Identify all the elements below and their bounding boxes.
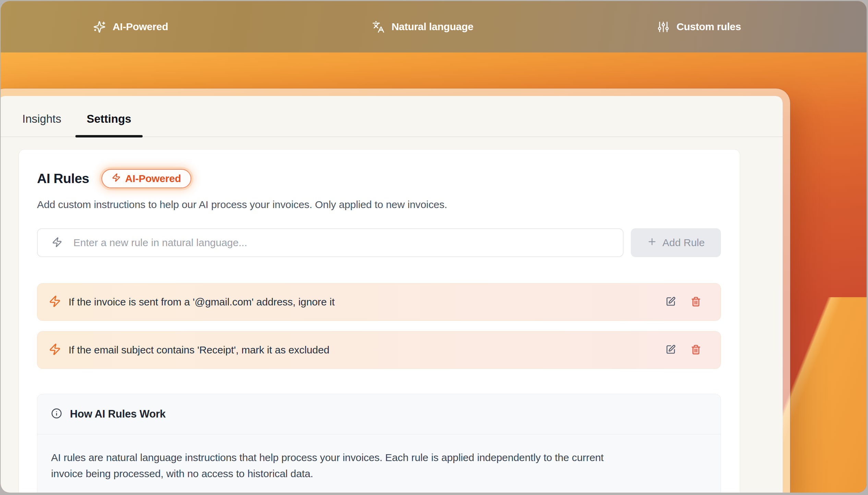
feature-ai-powered: AI-Powered (93, 1, 168, 52)
edit-rule-button[interactable] (666, 345, 676, 355)
trash-icon (691, 297, 701, 308)
info-body-line: invoice being processed, with no access … (51, 466, 707, 482)
feature-label: Custom rules (676, 21, 741, 33)
add-rule-label: Add Rule (662, 237, 704, 249)
feature-label: Natural language (391, 21, 473, 33)
add-rule-button[interactable]: Add Rule (631, 228, 721, 257)
new-rule-input[interactable] (73, 229, 623, 256)
zap-icon (49, 295, 61, 309)
info-header: How AI Rules Work (37, 394, 721, 434)
screen: AI-Powered Natural language (1, 1, 867, 493)
feature-label: AI-Powered (112, 21, 168, 33)
sliders-icon (657, 21, 670, 33)
delete-rule-button[interactable] (691, 345, 701, 356)
rule-item: If the invoice is sent from a '@gmail.co… (37, 283, 721, 321)
feature-custom-rules: Custom rules (657, 1, 741, 52)
rules-list: If the invoice is sent from a '@gmail.co… (37, 283, 721, 369)
zap-icon (112, 173, 121, 184)
info-title: How AI Rules Work (70, 408, 166, 420)
info-icon (51, 408, 62, 420)
languages-icon (372, 21, 385, 33)
zap-icon (52, 237, 62, 249)
trash-icon (691, 345, 701, 356)
rule-item: If the email subject contains 'Receipt',… (37, 331, 721, 369)
tab-insights[interactable]: Insights (11, 96, 73, 137)
sparkles-icon (93, 21, 106, 33)
plus-icon (647, 237, 657, 249)
tab-settings[interactable]: Settings (75, 96, 143, 137)
rule-input-container (37, 228, 624, 257)
description: Add custom instructions to help our AI p… (37, 199, 721, 210)
rule-input-row: Add Rule (37, 228, 721, 257)
how-ai-rules-work-box: How AI Rules Work AI rules are natural l… (37, 394, 721, 493)
screenshot-root: AI-Powered Natural language (0, 0, 868, 495)
ai-powered-badge: AI-Powered (101, 169, 191, 188)
page-title: AI Rules (37, 171, 89, 186)
feature-banner: AI-Powered Natural language (1, 1, 867, 52)
feature-natural-language: Natural language (372, 1, 473, 52)
delete-rule-button[interactable] (691, 297, 701, 308)
info-body-line: AI rules are natural language instructio… (51, 449, 707, 466)
card-header: AI Rules AI-Powered (37, 169, 721, 188)
tab-bar: Insights Settings (1, 96, 783, 137)
ai-rules-card: AI Rules AI-Powered Add custom instructi… (19, 149, 740, 493)
edit-icon (666, 345, 676, 355)
badge-label: AI-Powered (125, 173, 181, 184)
zap-icon (49, 343, 61, 357)
rule-text: If the invoice is sent from a '@gmail.co… (69, 296, 666, 308)
edit-rule-button[interactable] (666, 297, 676, 307)
app-window: Insights Settings AI Rules AI-Powered (1, 88, 790, 493)
info-body: AI rules are natural language instructio… (37, 434, 721, 493)
edit-icon (666, 297, 676, 307)
rule-text: If the email subject contains 'Receipt',… (69, 344, 666, 356)
